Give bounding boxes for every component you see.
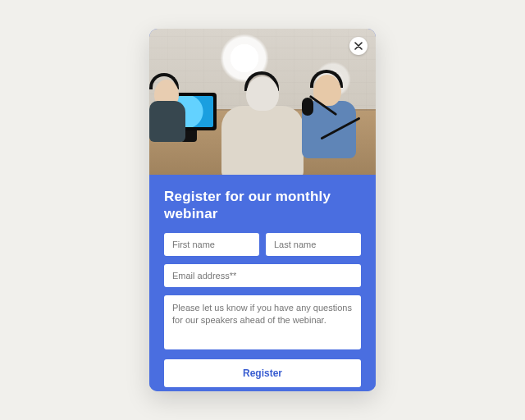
name-row xyxy=(164,233,361,256)
close-button[interactable] xyxy=(349,37,368,55)
first-name-input[interactable] xyxy=(164,233,259,256)
last-name-input[interactable] xyxy=(266,233,361,256)
form-panel: Register for our monthly webinar Registe… xyxy=(149,175,376,391)
email-input[interactable] xyxy=(164,264,361,287)
registration-modal: Register for our monthly webinar Registe… xyxy=(149,29,376,391)
modal-title: Register for our monthly webinar xyxy=(164,188,361,223)
close-icon xyxy=(354,42,363,50)
message-textarea[interactable] xyxy=(164,295,361,349)
register-button[interactable]: Register xyxy=(164,359,361,387)
hero-image xyxy=(149,29,376,175)
